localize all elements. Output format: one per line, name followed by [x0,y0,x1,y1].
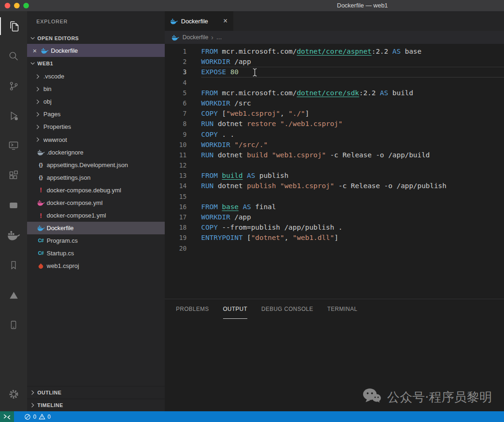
activity-remote-explorer[interactable] [0,131,27,161]
code-line-3[interactable]: 3EXPOSE 80 [165,67,504,77]
line-number[interactable]: 12 [165,160,187,170]
line-number[interactable]: 10 [165,140,187,150]
code-line-16[interactable]: 16FROM base AS final [165,202,504,212]
line-number[interactable]: 3 [165,67,187,77]
code-line-19[interactable]: 19ENTRYPOINT ["dotnet", "web1.dll"] [165,232,504,243]
bookmark-icon [8,260,19,271]
line-number[interactable]: 8 [165,119,187,129]
tab-dockerfile[interactable]: Dockerfile × [165,11,233,31]
activity-settings[interactable] [0,380,27,408]
line-number[interactable]: 9 [165,129,187,140]
line-number[interactable]: 1 [165,46,187,56]
line-number[interactable]: 14 [165,181,187,191]
line-number[interactable]: 2 [165,56,187,67]
line-number[interactable]: 15 [165,191,187,202]
panel-tab-problems[interactable]: PROBLEMS [176,299,209,319]
line-number[interactable]: 7 [165,108,187,119]
line-number[interactable]: 19 [165,232,187,243]
close-editor-icon[interactable]: × [31,47,39,55]
zoom-window-button[interactable] [23,3,29,8]
line-number[interactable]: 13 [165,170,187,181]
minimize-window-button[interactable] [14,3,20,8]
tree-file-docker-compose.yml[interactable]: docker-compose.yml [27,197,165,209]
breadcrumb-separator-icon: › [211,34,214,41]
code-line-8[interactable]: 8RUN dotnet restore "./web1.csproj" [165,119,504,129]
line-number[interactable]: 11 [165,150,187,160]
tree-file-docker-compose1.yml[interactable]: !docker-compose1.yml [27,209,165,222]
tree-folder-.vscode[interactable]: .vscode [27,70,165,83]
activity-search[interactable] [0,41,27,71]
line-number[interactable]: 20 [165,243,187,253]
panel-tab-terminal[interactable]: TERMINAL [327,299,357,319]
code-line-17[interactable]: 17WORKDIR /app [165,212,504,222]
code-line-12[interactable]: 12 [165,160,504,170]
line-number[interactable]: 17 [165,212,187,222]
activity-extensions[interactable] [0,161,27,190]
activity-explorer[interactable] [0,11,27,41]
code-line-7[interactable]: 7COPY ["web1.csproj", "./"] [165,108,504,119]
outline-header[interactable]: OUTLINE [27,386,165,399]
line-number[interactable]: 18 [165,222,187,232]
panel-tab-output[interactable]: OUTPUT [223,299,247,319]
code-line-14[interactable]: 14RUN dotnet publish "web1.csproj" -c Re… [165,181,504,191]
error-count: 0 [33,414,36,420]
tree-file-docker-compose.debug.yml[interactable]: !docker-compose.debug.yml [27,184,165,197]
breadcrumb-item-symbol[interactable]: … [216,34,222,41]
workspace-header[interactable]: WEB1 [27,57,165,70]
tree-file-Program.cs[interactable]: C#Program.cs [27,234,165,247]
tree-file-.dockerignore[interactable]: .dockerignore [27,146,165,159]
tree-folder-Pages[interactable]: Pages [27,108,165,120]
tree-folder-Properties[interactable]: Properties [27,120,165,133]
code-line-10[interactable]: 10WORKDIR "/src/." [165,140,504,150]
code-line-text [201,191,504,202]
activity-run-and-debug[interactable] [0,101,27,131]
tree-folder-wwwroot[interactable]: wwwroot [27,133,165,146]
problems-status[interactable]: 0 0 [24,414,50,420]
line-number[interactable]: 5 [165,88,187,98]
code-editor[interactable]: 1FROM mcr.microsoft.com/dotnet/core/aspn… [165,44,504,299]
activity-containers[interactable] [0,190,27,220]
close-window-button[interactable] [5,3,10,8]
code-line-2[interactable]: 2WORKDIR /app [165,56,504,67]
code-line-text: FROM build AS publish [201,170,504,181]
activity-docker[interactable] [0,220,27,250]
timeline-header[interactable]: TIMELINE [27,399,165,411]
line-number[interactable]: 4 [165,77,187,88]
code-line-15[interactable]: 15 [165,191,504,202]
code-line-9[interactable]: 9COPY . . [165,129,504,140]
line-number[interactable]: 16 [165,202,187,212]
code-line-text: FROM mcr.microsoft.com/dotnet/core/sdk:2… [201,88,504,98]
chevron-right-icon [35,73,42,80]
remote-indicator[interactable] [0,411,14,422]
code-line-1[interactable]: 1FROM mcr.microsoft.com/dotnet/core/aspn… [165,46,504,56]
window-controls [5,3,29,8]
open-editors-header[interactable]: OPEN EDITORS [27,33,165,44]
code-line-6[interactable]: 6WORKDIR /src [165,98,504,108]
activity-source-control[interactable] [0,71,27,101]
window-title: Dockerfile — web1 [337,0,388,11]
activity-device-preview[interactable] [0,310,27,340]
breadcrumb-item-file[interactable]: Dockerfile [182,34,209,41]
close-tab-icon[interactable]: × [221,17,230,25]
code-line-5[interactable]: 5FROM mcr.microsoft.com/dotnet/core/sdk:… [165,88,504,98]
tree-file-Dockerfile[interactable]: Dockerfile [27,222,165,234]
activity-triangle-tool[interactable] [0,280,27,310]
line-number[interactable]: 6 [165,98,187,108]
open-editor-Dockerfile[interactable]: ×Dockerfile [27,44,165,57]
tree-file-Startup.cs[interactable]: C#Startup.cs [27,247,165,260]
code-line-18[interactable]: 18COPY --from=publish /app/publish . [165,222,504,232]
activity-bookmarks[interactable] [0,250,27,280]
code-line-4[interactable]: 4 [165,77,504,88]
code-line-13[interactable]: 13FROM build AS publish [165,170,504,181]
breadcrumb[interactable]: Dockerfile › … [165,31,504,44]
code-line-11[interactable]: 11RUN dotnet build "web1.csproj" -c Rele… [165,150,504,160]
chevron-right-icon [35,136,42,143]
timeline-label: TIMELINE [37,402,63,408]
tree-file-appsettings.Development.json[interactable]: {}appsettings.Development.json [27,159,165,171]
tree-folder-obj[interactable]: obj [27,95,165,108]
tree-folder-bin[interactable]: bin [27,83,165,95]
tree-file-web1.csproj[interactable]: web1.csproj [27,260,165,272]
panel-tab-debug-console[interactable]: DEBUG CONSOLE [261,299,313,319]
tree-file-appsettings.json[interactable]: {}appsettings.json [27,171,165,184]
code-line-20[interactable]: 20 [165,243,504,253]
